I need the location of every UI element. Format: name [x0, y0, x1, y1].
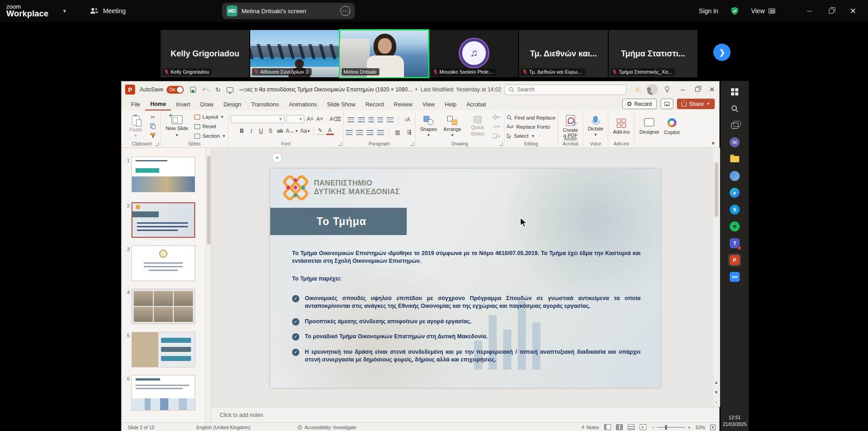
- slideshow-icon[interactable]: [227, 87, 233, 92]
- video-tile-room[interactable]: Αίθουσα Συνεδρίων 3: [250, 30, 339, 77]
- addins-button[interactable]: Add-ins: [611, 113, 632, 140]
- shape-fill-icon[interactable]: ◇▼: [492, 113, 502, 121]
- designer-button[interactable]: Designer: [637, 113, 661, 140]
- find-replace-button[interactable]: Find and Replace: [507, 114, 555, 121]
- spotify-icon[interactable]: ≋: [728, 220, 741, 233]
- close-button[interactable]: ✕: [845, 4, 861, 18]
- design-ideas-button[interactable]: ✦: [272, 153, 282, 163]
- section-button[interactable]: Section▼: [194, 132, 226, 140]
- change-case-icon[interactable]: Aa▼: [300, 127, 311, 135]
- zoom-slider[interactable]: − +: [651, 425, 691, 430]
- strikethrough-icon[interactable]: ab: [276, 127, 284, 135]
- save-icon[interactable]: [190, 87, 196, 93]
- slideshow-view-button[interactable]: [640, 424, 646, 430]
- align-center-icon[interactable]: [356, 130, 363, 135]
- paste-button[interactable]: Paste ▼: [126, 113, 146, 140]
- ribbon-tab-acrobat[interactable]: Acrobat: [461, 98, 491, 110]
- font-dialog-launcher[interactable]: [338, 142, 342, 146]
- security-shield-icon[interactable]: [730, 6, 739, 16]
- slide-thumbnail-6[interactable]: [131, 375, 195, 411]
- account-icon[interactable]: [646, 84, 658, 95]
- ribbon-tab-transitions[interactable]: Transitions: [246, 98, 284, 110]
- copilot-button[interactable]: Copilot: [661, 113, 681, 140]
- photos-icon[interactable]: [728, 170, 741, 182]
- justify-icon[interactable]: [377, 130, 384, 135]
- increase-indent-icon[interactable]: [378, 117, 383, 122]
- decrease-indent-icon[interactable]: [368, 117, 374, 122]
- ribbon-tab-file[interactable]: File: [126, 98, 145, 110]
- ribbon-tab-draw[interactable]: Draw: [195, 98, 218, 110]
- decrease-font-icon[interactable]: A˅: [316, 115, 323, 123]
- sign-in-button[interactable]: Sign in: [699, 7, 718, 15]
- restore-button[interactable]: [823, 4, 839, 18]
- video-tile-kelly[interactable]: Kelly Grigoriadou Kelly Grigoriadou: [161, 30, 249, 77]
- shape-outline-icon[interactable]: ▱▼: [492, 122, 502, 130]
- paragraph-dialog-launcher[interactable]: [410, 142, 414, 146]
- select-button[interactable]: Select ▼: [507, 132, 535, 140]
- drawing-dialog-launcher[interactable]: [499, 142, 503, 146]
- ppt-minimize-button[interactable]: ─: [676, 83, 690, 96]
- task-view-icon[interactable]: [728, 119, 741, 132]
- taskbar-search-icon[interactable]: [728, 102, 741, 115]
- taskbar-clock[interactable]: 12:51 21/03/2025: [723, 414, 747, 429]
- numbering-icon[interactable]: [358, 117, 365, 122]
- ribbon-tab-slideshow[interactable]: Slide Show: [322, 98, 361, 110]
- clear-formatting-icon[interactable]: A⌫: [329, 115, 341, 123]
- normal-view-button[interactable]: [604, 424, 611, 430]
- video-tile-diethnon[interactable]: Τμ. Διεθνών και... Τμ. Διεθνών και Ευρω.…: [519, 30, 608, 77]
- quick-styles-button[interactable]: Quick Styles: [465, 113, 490, 140]
- ppt-restore-button[interactable]: [690, 83, 705, 96]
- undo-icon[interactable]: ↶˅: [202, 86, 209, 93]
- zoom-level[interactable]: 53%: [696, 425, 705, 430]
- layout-button[interactable]: Layout▼: [194, 113, 224, 121]
- ppt-close-button[interactable]: ✕: [705, 83, 719, 96]
- notes-toggle[interactable]: ≜ Notes: [581, 425, 599, 430]
- minimize-button[interactable]: ─: [802, 4, 817, 18]
- autosave-toggle[interactable]: On: [167, 86, 184, 94]
- slide-thumbnail-5[interactable]: [131, 332, 195, 367]
- next-slide-button[interactable]: ▼: [713, 388, 719, 397]
- zoom-in-icon[interactable]: +: [688, 425, 691, 430]
- clipboard-dialog-launcher[interactable]: [155, 142, 159, 146]
- shapes-button[interactable]: Shapes ▼: [418, 113, 439, 140]
- ribbon-tab-insert[interactable]: Insert: [171, 98, 195, 110]
- zoom-out-icon[interactable]: −: [651, 425, 654, 430]
- collapse-ribbon-icon[interactable]: ▼: [711, 140, 716, 146]
- text-shadow-icon[interactable]: S: [267, 127, 274, 135]
- font-color-icon[interactable]: A: [326, 127, 334, 135]
- font-name-combo[interactable]: ▼: [231, 115, 284, 123]
- ribbon-tab-help[interactable]: Help: [439, 98, 461, 110]
- align-left-icon[interactable]: [346, 130, 353, 135]
- search-box[interactable]: [505, 85, 626, 95]
- previous-slide-button[interactable]: ▲: [713, 378, 719, 387]
- increase-font-icon[interactable]: A˄: [306, 115, 314, 123]
- text-direction-icon[interactable]: ↕A: [403, 116, 411, 124]
- tab-meeting[interactable]: Meeting: [90, 7, 126, 15]
- teams-icon[interactable]: T: [728, 237, 741, 250]
- start-button[interactable]: [728, 85, 741, 98]
- ribbon-tab-design[interactable]: Design: [218, 98, 246, 110]
- ribbon-tab-home[interactable]: Home: [145, 98, 171, 110]
- zoom-slider-thumb[interactable]: [665, 425, 667, 430]
- share-button[interactable]: Share ▼: [677, 99, 715, 109]
- reading-view-button[interactable]: [628, 424, 635, 430]
- slide-body-text[interactable]: Το Τμήμα Οικονομικών Επιστημών ιδρύθηκε …: [292, 250, 641, 364]
- slide[interactable]: ΠΑΝΕΠΙΣΤΗΜΙΟ ΔΥΤΙΚΗΣ ΜΑΚΕΔΟΝΙΑΣ Το Τμήμα…: [270, 169, 661, 388]
- reset-button[interactable]: Reset: [194, 122, 216, 130]
- shape-effects-icon[interactable]: ❑▼: [492, 132, 502, 140]
- columns-icon[interactable]: ▥: [394, 129, 401, 136]
- slide-title-band[interactable]: Το Τμήμα: [270, 208, 407, 235]
- edge-icon[interactable]: e: [728, 186, 741, 199]
- customize-toolbar-icon[interactable]: ═˅: [239, 87, 245, 92]
- mail-icon[interactable]: ✉: [728, 136, 741, 149]
- character-spacing-icon[interactable]: A↔▼: [286, 127, 298, 135]
- italic-icon[interactable]: I: [247, 127, 255, 135]
- arrange-button[interactable]: Arrange ▼: [441, 113, 464, 140]
- accessibility-status[interactable]: ♿ Accessibility: Investigate: [298, 425, 356, 430]
- comments-button[interactable]: [661, 99, 673, 109]
- notes-pane[interactable]: Click to add notes: [212, 407, 719, 422]
- tab-shared-screen[interactable]: MD Melina Dritsaki's screen ⋯: [222, 3, 355, 19]
- cut-icon[interactable]: ✂: [148, 113, 158, 121]
- smartart-icon[interactable]: ⇶: [405, 129, 413, 136]
- thumbnail-scrollbar[interactable]: [206, 148, 212, 422]
